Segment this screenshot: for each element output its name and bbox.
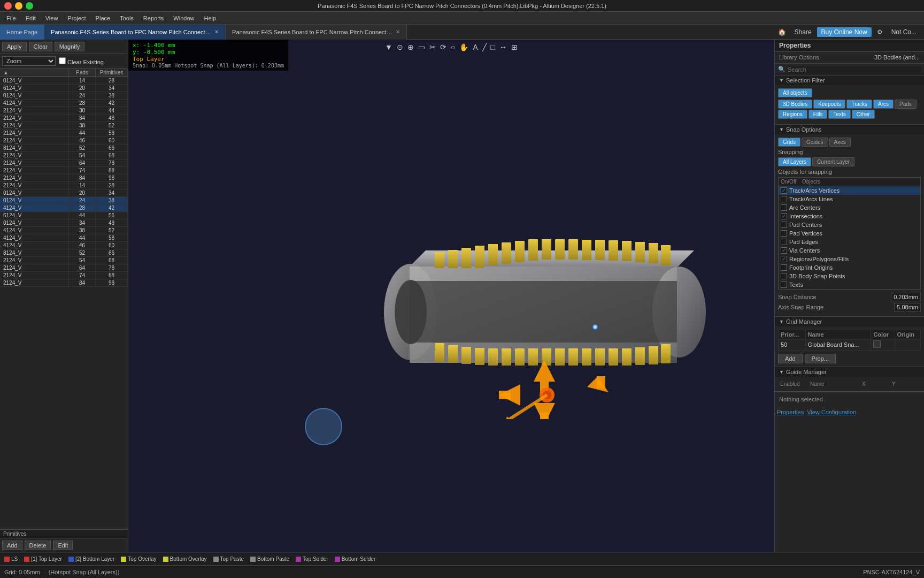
snap-checkbox[interactable] (781, 264, 787, 271)
table-row[interactable]: 0124_V 34 48 (0, 219, 128, 227)
table-row[interactable]: 6124_V 20 34 (0, 85, 128, 92)
snap-checkbox[interactable] (781, 222, 787, 228)
snap-checkbox[interactable] (781, 187, 787, 194)
properties-link[interactable]: Properties (777, 409, 804, 415)
close-btn[interactable] (4, 2, 12, 10)
rect-icon[interactable]: ▭ (417, 42, 426, 52)
route-icon[interactable]: ⟳ (439, 42, 448, 52)
table-row[interactable]: 2124_V 84 98 (0, 174, 128, 182)
guide-manager-title[interactable]: Guide Manager (775, 367, 924, 377)
menu-reports[interactable]: Reports (139, 14, 168, 22)
box-icon[interactable]: □ (490, 42, 496, 52)
table-row[interactable]: 0124_V 14 28 (0, 77, 128, 85)
filter-other[interactable]: Other (852, 110, 875, 119)
snap-row[interactable]: Track/Arcs Vertices (779, 186, 920, 195)
settings-icon[interactable]: ⚙ (874, 27, 886, 37)
filter-regions[interactable]: Regions (778, 110, 807, 119)
layer-item[interactable]: Bottom Solder (333, 556, 378, 562)
filter-tracks[interactable]: Tracks (846, 100, 872, 109)
menu-project[interactable]: Project (63, 14, 90, 22)
snap-row[interactable]: Arc Centers (779, 203, 920, 212)
snap-row[interactable]: Pad Centers (779, 220, 920, 229)
table-row[interactable]: 4124_V 28 42 (0, 204, 128, 212)
right-search-input[interactable] (788, 66, 921, 73)
tab-pcb-close[interactable]: ✕ (214, 29, 219, 35)
menu-file[interactable]: File (2, 14, 20, 22)
menu-view[interactable]: View (41, 14, 63, 22)
table-row[interactable]: 4124_V 38 52 (0, 227, 128, 234)
layer-item[interactable]: LS (2, 556, 20, 562)
table-row[interactable]: 2124_V 38 52 (0, 122, 128, 130)
all-layers-btn[interactable]: All Layers (778, 157, 811, 166)
snap-guides-btn[interactable]: Guides (802, 138, 828, 147)
grid-prop-btn[interactable]: Prop... (805, 354, 836, 363)
account-btn[interactable]: Not Co... (888, 27, 920, 37)
layer-item[interactable]: Bottom Paste (248, 556, 291, 562)
layer-item[interactable]: [2] Bottom Layer (66, 556, 117, 562)
tab-sch[interactable]: Panasonic F4S Series Board to FPC Narrow… (226, 25, 407, 40)
layer-item[interactable]: Top Solder (294, 556, 330, 562)
table-row[interactable]: 6124_V 44 56 (0, 212, 128, 219)
snap-grids-btn[interactable]: Grids (778, 138, 800, 147)
home-icon[interactable]: 🏠 (775, 27, 789, 37)
snap-checkbox[interactable] (781, 230, 787, 237)
snap-row[interactable]: Pad Edges (779, 238, 920, 246)
snap-checkbox[interactable] (781, 256, 787, 262)
table-row[interactable]: 8124_V 52 66 (0, 144, 128, 152)
grid-row[interactable]: 50 Global Board Sna... (779, 339, 921, 351)
filter-pads[interactable]: Pads (895, 100, 917, 109)
snap-row[interactable]: Regions/Polygons/Fills (779, 255, 920, 263)
minimize-btn[interactable] (15, 2, 22, 10)
table-row[interactable]: 2124_V 74 88 (0, 272, 128, 279)
table-row[interactable]: 2124_V 64 78 (0, 159, 128, 167)
layer-item[interactable]: [1] Top Layer (22, 556, 64, 562)
filter-icon[interactable]: ▼ (384, 42, 394, 52)
snap-row[interactable]: Via Centers (779, 246, 920, 255)
filter-dropdown[interactable]: Zoom (2, 56, 56, 66)
grid-manager-title[interactable]: Grid Manager (775, 317, 924, 326)
snap-checkbox[interactable] (781, 247, 787, 254)
layer-item[interactable]: Top Paste (211, 556, 246, 562)
snap-checkbox[interactable] (781, 282, 787, 288)
circle-icon[interactable]: ○ (450, 42, 456, 52)
diag-icon[interactable]: ╱ (481, 42, 488, 52)
canvas-area[interactable]: x: -1.400 mm y: -0.500 mm Top Layer Snap… (128, 40, 774, 552)
layer-item[interactable]: Bottom Overlay (161, 556, 209, 562)
filter-arcs[interactable]: Arcs (873, 100, 894, 109)
table-row[interactable]: 8124_V 52 66 (0, 249, 128, 257)
cross-icon[interactable]: ⊕ (406, 42, 415, 52)
all-objects-btn[interactable]: All objects (778, 88, 812, 97)
table-row[interactable]: 4124_V 44 58 (0, 234, 128, 242)
table-row[interactable]: 2124_V 74 88 (0, 167, 128, 174)
table-row[interactable]: 0124_V 20 34 (0, 189, 128, 197)
magnify-btn[interactable]: Magnify (55, 42, 85, 51)
snap-icon[interactable]: ⊙ (396, 42, 404, 52)
table-row[interactable]: 2124_V 64 78 (0, 264, 128, 272)
filter-fills[interactable]: Fills (808, 110, 828, 119)
snap-row[interactable]: Footprint Origins (779, 263, 920, 272)
snap-axes-btn[interactable]: Axes (829, 138, 851, 147)
snap-checkbox[interactable] (781, 239, 787, 245)
snap-row[interactable]: 3D Body Snap Points (779, 272, 920, 280)
table-row[interactable]: 0124_V 24 38 (0, 92, 128, 100)
view-config-link[interactable]: View Configuration (807, 409, 856, 415)
snap-checkbox[interactable] (781, 273, 787, 279)
menu-edit[interactable]: Edit (21, 14, 40, 22)
current-layer-btn[interactable]: Current Layer (812, 157, 854, 166)
snap-options-title[interactable]: Snap Options (775, 125, 924, 134)
filter-texts[interactable]: Texts (828, 110, 850, 119)
clear-existing-checkbox[interactable] (59, 57, 66, 64)
table-row[interactable]: 2124_V 84 98 (0, 279, 128, 287)
table-row[interactable]: 0124_V 24 38 (0, 197, 128, 204)
menu-place[interactable]: Place (91, 14, 115, 22)
filter-3d-bodies[interactable]: 3D Bodies (778, 100, 812, 109)
tab-sch-close[interactable]: ✕ (396, 29, 400, 35)
table-row[interactable]: 2124_V 14 28 (0, 182, 128, 189)
snap-checkbox[interactable] (781, 204, 787, 211)
hand-icon[interactable]: ✋ (458, 42, 469, 52)
maximize-btn[interactable] (26, 2, 33, 10)
snap-row[interactable]: Pad Vertices (779, 229, 920, 238)
cut-icon[interactable]: ✂ (428, 42, 437, 52)
zoom-icon[interactable]: ⊞ (510, 42, 519, 52)
menu-window[interactable]: Window (169, 14, 198, 22)
